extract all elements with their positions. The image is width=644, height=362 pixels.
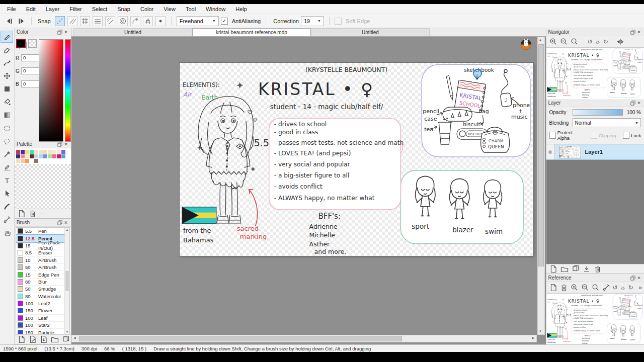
- delete-layer-icon[interactable]: [594, 265, 602, 273]
- palette-swatch[interactable]: [21, 154, 25, 158]
- float-panel-icon[interactable]: [57, 220, 63, 225]
- save-brush-icon[interactable]: [40, 336, 48, 343]
- scroll-down-icon[interactable]: ▼: [538, 329, 543, 334]
- close-panel-icon[interactable]: ✕: [63, 29, 69, 35]
- brush-item[interactable]: 50Smudge: [16, 286, 64, 293]
- navigator-thumbnail[interactable]: [546, 47, 644, 100]
- palette-swatch[interactable]: [61, 154, 65, 158]
- float-panel-icon[interactable]: [57, 29, 63, 35]
- snap-grid-icon[interactable]: [80, 16, 90, 26]
- scroll-right-icon[interactable]: ▶: [531, 335, 536, 341]
- brush-folder-icon[interactable]: [51, 336, 59, 343]
- scroll-up-icon[interactable]: ▲: [65, 228, 68, 231]
- palette-swatch[interactable]: [34, 150, 38, 154]
- select-lasso-tool-icon[interactable]: [1, 135, 13, 147]
- palette-swatch[interactable]: [61, 159, 65, 163]
- menu-view[interactable]: View: [158, 5, 181, 13]
- brush-item[interactable]: 15Edge Pen: [16, 271, 64, 278]
- palette-swatch[interactable]: [25, 154, 29, 158]
- menu-color[interactable]: Color: [135, 5, 158, 13]
- palette-swatch[interactable]: [25, 159, 29, 163]
- document-tab[interactable]: kristal-beaumont-reference.mdp: [192, 28, 311, 36]
- hand-tool-icon[interactable]: [1, 227, 13, 239]
- menu-help[interactable]: Help: [230, 5, 252, 13]
- bucket-tool-icon[interactable]: [1, 96, 13, 108]
- close-panel-icon[interactable]: ✕: [63, 220, 69, 225]
- horizontal-scrollbar[interactable]: ◀ ▶: [71, 335, 537, 342]
- palette-swatch[interactable]: [48, 154, 52, 158]
- fill-rect-tool-icon[interactable]: [1, 83, 13, 95]
- flip-horizontal-icon[interactable]: [616, 38, 624, 45]
- palette-swatch[interactable]: [57, 150, 61, 154]
- palette-swatch[interactable]: [43, 150, 47, 154]
- scroll-left-icon[interactable]: ◀: [72, 335, 77, 341]
- zoom-out-icon[interactable]: [581, 284, 589, 291]
- menu-snap[interactable]: Snap: [112, 5, 135, 13]
- saturation-value-picker[interactable]: [39, 39, 63, 142]
- rotate-ccw-icon[interactable]: ↺: [588, 38, 593, 45]
- duplicate-brush-icon[interactable]: [62, 336, 70, 343]
- reference-thumbnail[interactable]: [546, 293, 644, 344]
- palette-swatch[interactable]: [43, 154, 47, 158]
- brush-item[interactable]: 10AirBrush: [16, 257, 64, 264]
- stroke-mode-dropdown[interactable]: Freehand ▼: [177, 16, 219, 26]
- snap-horizontal-icon[interactable]: [93, 16, 103, 26]
- vertical-scrollbar[interactable]: ▲ ▼: [537, 37, 545, 335]
- menu-tool[interactable]: Tool: [181, 5, 201, 13]
- r-input[interactable]: 0: [21, 54, 40, 61]
- zoom-in-icon[interactable]: [571, 284, 579, 291]
- menu-file[interactable]: File: [2, 5, 21, 13]
- palette-swatch[interactable]: [16, 150, 20, 154]
- snap-off-icon[interactable]: [55, 16, 65, 26]
- brush-item[interactable]: 100Leaf: [16, 315, 64, 322]
- palette-swatch[interactable]: [39, 150, 43, 154]
- soft-edge-checkbox[interactable]: [335, 18, 342, 25]
- float-panel-icon[interactable]: [630, 275, 636, 281]
- add-color-icon[interactable]: [18, 210, 26, 218]
- scroll-down-icon[interactable]: ▼: [65, 330, 68, 333]
- more-icon[interactable]: »: [638, 284, 642, 291]
- clipping-checkbox[interactable]: [591, 132, 597, 139]
- zoom-in-icon[interactable]: [549, 38, 557, 45]
- new-folder-icon[interactable]: [560, 265, 569, 273]
- magic-wand-tool-icon[interactable]: [1, 148, 13, 160]
- move-tool-icon[interactable]: [1, 70, 13, 82]
- palette-swatch[interactable]: [16, 159, 20, 163]
- step-back-icon[interactable]: [4, 17, 14, 26]
- gradient-tool-icon[interactable]: [1, 109, 13, 121]
- close-panel-icon[interactable]: ✕: [636, 100, 642, 106]
- palette-swatch[interactable]: [30, 159, 34, 163]
- palette-swatch[interactable]: [48, 150, 52, 154]
- eraser-tool-icon[interactable]: [1, 44, 13, 56]
- layer-visibility-toggle[interactable]: [546, 144, 555, 159]
- palette-swatch[interactable]: [21, 159, 25, 163]
- palette-swatch[interactable]: [52, 159, 56, 163]
- rotate-ccw-icon[interactable]: ↺: [613, 284, 618, 291]
- brush-item[interactable]: 150Particle: [16, 329, 64, 334]
- canvas-area[interactable]: ▲ ▼ ◀ ▶: [71, 37, 546, 344]
- rotate-cw-icon[interactable]: ↻: [628, 284, 633, 291]
- palette-swatch[interactable]: [16, 154, 20, 158]
- rotate-reset-icon[interactable]: ☼: [620, 284, 626, 291]
- brush-item[interactable]: 80Watercolor: [16, 293, 64, 300]
- layer-row[interactable]: Layer1: [546, 144, 644, 160]
- snap-curve-icon[interactable]: [130, 16, 140, 26]
- snap-crosshatch-icon[interactable]: [105, 16, 115, 26]
- snap-perspective-icon[interactable]: [143, 16, 153, 26]
- correction-dropdown[interactable]: 19 ▼: [301, 16, 324, 26]
- step-forward-icon[interactable]: [16, 17, 26, 26]
- menu-filter[interactable]: Filter: [64, 5, 87, 13]
- edit-brush-icon[interactable]: [29, 336, 37, 343]
- transparent-color-swatch[interactable]: [28, 39, 37, 48]
- duplicate-layer-icon[interactable]: [572, 265, 580, 273]
- vertical-scroll-thumb[interactable]: [538, 44, 544, 266]
- protect-alpha-checkbox[interactable]: [549, 132, 556, 139]
- snap-parallel-icon[interactable]: [67, 16, 77, 26]
- add-brush-icon[interactable]: [18, 336, 26, 343]
- close-panel-icon[interactable]: ✕: [636, 275, 642, 281]
- operation-tool-icon[interactable]: [1, 188, 13, 200]
- document-tab[interactable]: Untitled: [73, 28, 192, 36]
- menu-layer[interactable]: Layer: [41, 5, 65, 13]
- hue-slider[interactable]: [65, 39, 71, 142]
- snap-point-icon[interactable]: [155, 16, 166, 26]
